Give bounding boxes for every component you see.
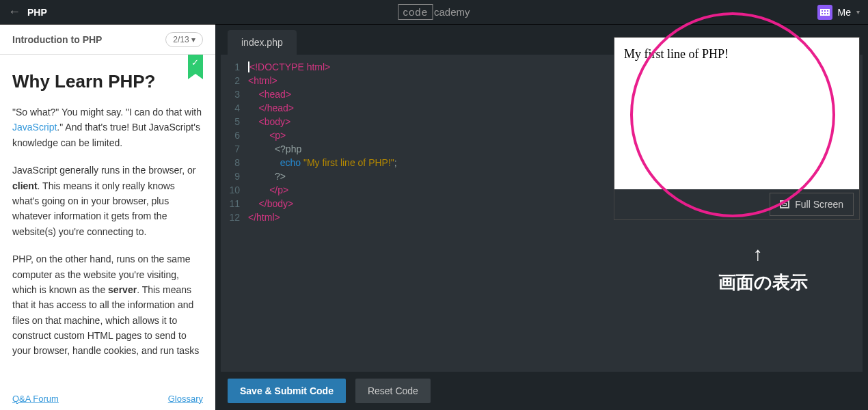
lesson-sidebar: Introduction to PHP 2/13 ▾ ✓ Why Learn P… — [0, 25, 215, 410]
preview-output: My first line of PHP! — [614, 38, 859, 189]
output-preview-panel: My first line of PHP! Full Screen — [614, 37, 860, 220]
reset-code-button[interactable]: Reset Code — [355, 379, 431, 403]
save-submit-button[interactable]: Save & Submit Code — [228, 379, 346, 403]
lesson-paragraph-2: JavaScript generally runs in the browser… — [12, 163, 203, 239]
sidebar-header: Introduction to PHP 2/13 ▾ — [0, 25, 215, 55]
line-number-gutter: 123456789101112 — [221, 60, 248, 372]
course-title: PHP — [27, 7, 47, 18]
lesson-content: Why Learn PHP? "So what?" You might say.… — [0, 55, 215, 410]
javascript-link[interactable]: JavaScript — [12, 122, 57, 133]
lesson-progress-dropdown[interactable]: 2/13 ▾ — [165, 32, 203, 47]
annotation-caption: 画面の表示 — [718, 271, 808, 295]
tab-index-php[interactable]: index.php — [228, 30, 297, 55]
fullscreen-icon — [780, 200, 789, 208]
avatar-icon — [817, 5, 832, 20]
fullscreen-button[interactable]: Full Screen — [770, 193, 854, 216]
user-menu[interactable]: Me ▾ — [817, 5, 860, 20]
top-nav-bar: ← PHP codecademy Me ▾ — [0, 0, 868, 25]
sidebar-footer: Q&A Forum Glossary — [0, 387, 215, 410]
glossary-link[interactable]: Glossary — [168, 394, 203, 404]
brand-logo[interactable]: codecademy — [398, 4, 470, 20]
topbar-left-group: ← PHP — [8, 5, 47, 19]
lesson-paragraph-3: PHP, on the other hand, runs on the same… — [12, 251, 203, 359]
lesson-paragraph-1: "So what?" You might say. "I can do that… — [12, 105, 203, 150]
annotation-arrow-icon: ↑ — [753, 243, 763, 265]
qa-forum-link[interactable]: Q&A Forum — [12, 394, 59, 404]
chevron-down-icon: ▾ — [856, 8, 860, 16]
back-arrow-icon[interactable]: ← — [8, 5, 21, 19]
section-title: Introduction to PHP — [12, 34, 102, 45]
completion-ribbon-icon: ✓ — [188, 55, 203, 74]
lesson-heading: Why Learn PHP? — [12, 71, 203, 92]
logo-code: code — [398, 4, 433, 20]
me-label: Me — [838, 7, 851, 18]
editor-footer: Save & Submit Code Reset Code — [215, 372, 868, 410]
logo-cademy: cademy — [434, 6, 470, 18]
preview-footer: Full Screen — [614, 189, 859, 219]
